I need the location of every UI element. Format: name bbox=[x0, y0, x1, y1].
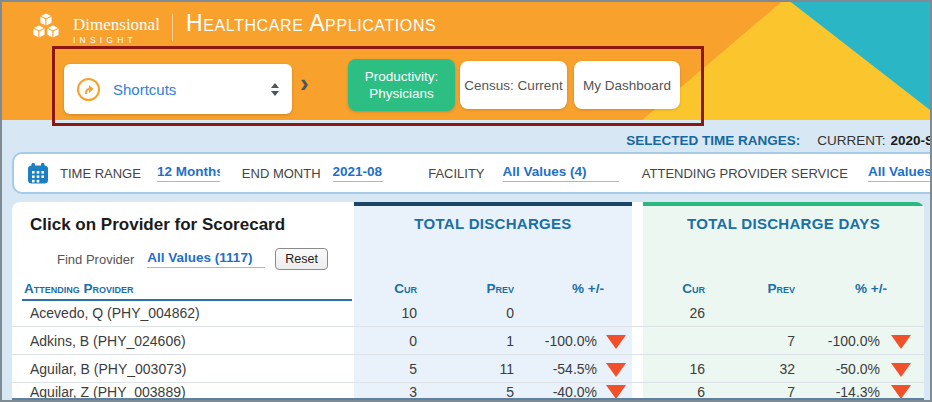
discharges-cur-header: Cur bbox=[352, 281, 417, 296]
current-time-range-value: 2020-S bbox=[890, 133, 932, 148]
days-pct-cell: -50.0% bbox=[788, 361, 880, 377]
shortcut-icon bbox=[77, 78, 100, 101]
find-provider-label: Find Provider bbox=[57, 252, 134, 267]
days-pct-header: % +/- bbox=[777, 281, 887, 296]
table-row[interactable]: Acevedo, Q (PHY_004862) 10 0 26 bbox=[12, 299, 924, 327]
current-label: CURRENT: bbox=[817, 133, 885, 148]
logo-text: Dimensional INSIGHT bbox=[73, 16, 160, 45]
shortcuts-label: Shortcuts bbox=[113, 81, 258, 98]
down-triangle-icon bbox=[606, 335, 626, 349]
facility-label: FACILITY bbox=[428, 166, 484, 181]
facility-value[interactable]: All Values (4) bbox=[503, 164, 619, 182]
expand-chevron-icon[interactable]: › bbox=[300, 70, 309, 96]
dimensional-insight-logo: Dimensional INSIGHT bbox=[30, 13, 160, 47]
logo-cubes-icon bbox=[30, 13, 64, 47]
discharges-cur-cell: 10 bbox=[352, 305, 417, 321]
down-triangle-icon bbox=[891, 363, 911, 377]
total-discharges-title: TOTAL DISCHARGES bbox=[354, 215, 632, 232]
end-month-value[interactable]: 2021-08 bbox=[333, 164, 384, 182]
bottom-divider bbox=[12, 398, 924, 401]
days-prev-cell: 32 bbox=[730, 361, 795, 377]
end-month-label: END MONTH bbox=[242, 166, 321, 181]
panel-heading: Click on Provider for Scorecard bbox=[30, 215, 285, 235]
time-range-label: TIME RANGE bbox=[60, 166, 141, 181]
attending-provider-service-label: ATTENDING PROVIDER SERVICE bbox=[642, 166, 848, 181]
down-triangle-icon bbox=[891, 385, 911, 399]
census-current-button[interactable]: Census: Current bbox=[460, 61, 567, 109]
find-provider-row: Find Provider All Values (1117) Reset bbox=[57, 246, 328, 272]
selected-time-ranges-label: SELECTED TIME RANGES: bbox=[626, 133, 800, 148]
provider-name-cell[interactable]: Acevedo, Q (PHY_004862) bbox=[30, 305, 200, 321]
header-divider bbox=[172, 14, 173, 41]
provider-table-panel: TOTAL DISCHARGES TOTAL DISCHARGE DAYS Cl… bbox=[12, 202, 924, 402]
column-header-row: Attending Provider Cur Prev % +/- Cur Pr… bbox=[12, 281, 924, 299]
discharges-cur-cell: 0 bbox=[352, 333, 417, 349]
productivity-physicians-button[interactable]: Productivity: Physicians bbox=[348, 59, 455, 111]
shortcuts-dropdown[interactable]: Shortcuts bbox=[64, 64, 292, 114]
calendar-icon bbox=[27, 163, 49, 184]
attending-provider-header: Attending Provider bbox=[24, 281, 134, 296]
time-range-value[interactable]: 12 Months bbox=[157, 164, 220, 182]
days-pct-cell: -100.0% bbox=[788, 333, 880, 349]
discharges-pct-cell: -100.0% bbox=[505, 333, 597, 349]
down-triangle-icon bbox=[606, 385, 626, 399]
selected-time-ranges-bar: SELECTED TIME RANGES: CURRENT:2020-S bbox=[2, 131, 932, 150]
down-triangle-icon bbox=[891, 335, 911, 349]
app-window: Dimensional INSIGHT Healthcare Applicati… bbox=[0, 0, 932, 402]
down-triangle-icon bbox=[606, 363, 626, 377]
discharges-pct-cell: -54.5% bbox=[505, 361, 597, 377]
discharges-prev-cell: 0 bbox=[447, 305, 514, 321]
attending-provider-service-value[interactable]: All Values bbox=[868, 164, 932, 182]
page-title: Healthcare Applications bbox=[186, 10, 436, 37]
days-prev-cell: 7 bbox=[730, 333, 795, 349]
discharges-prev-cell: 1 bbox=[447, 333, 514, 349]
reset-button[interactable]: Reset bbox=[275, 248, 328, 270]
filter-bar: TIME RANGE 12 Months END MONTH 2021-08 F… bbox=[12, 152, 932, 194]
discharges-pct-header: % +/- bbox=[492, 281, 604, 296]
table-row[interactable]: Adkins, B (PHY_024606) 0 1 -100.0% 7 -10… bbox=[12, 327, 924, 355]
days-cur-header: Cur bbox=[642, 281, 705, 296]
discharges-cur-cell: 5 bbox=[352, 361, 417, 377]
discharges-prev-cell: 11 bbox=[447, 361, 514, 377]
find-provider-value[interactable]: All Values (1117) bbox=[147, 250, 265, 268]
my-dashboard-button[interactable]: My Dashboard bbox=[574, 61, 680, 109]
dropdown-spinner-icon[interactable] bbox=[271, 83, 279, 96]
days-cur-cell: 26 bbox=[642, 305, 705, 321]
days-cur-cell: 16 bbox=[642, 361, 705, 377]
table-row[interactable]: Aguilar, B (PHY_003073) 5 11 -54.5% 16 3… bbox=[12, 355, 924, 383]
provider-name-cell[interactable]: Aguilar, B (PHY_003073) bbox=[30, 361, 186, 377]
current-time-range: CURRENT:2020-S bbox=[817, 133, 932, 148]
provider-name-cell[interactable]: Adkins, B (PHY_024606) bbox=[30, 333, 186, 349]
total-discharge-days-title: TOTAL DISCHARGE DAYS bbox=[643, 215, 924, 232]
